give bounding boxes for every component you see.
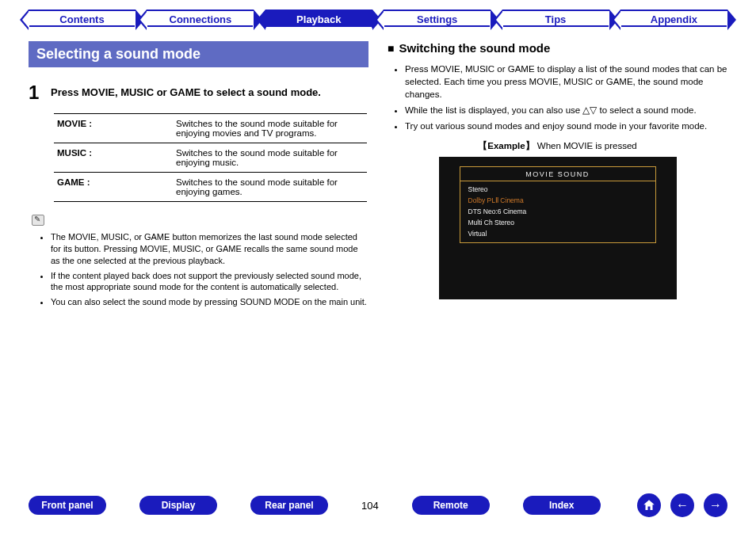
note-item: If the content played back does not supp… [51,270,368,294]
tab-settings[interactable]: Settings [384,10,491,27]
rear-panel-button[interactable]: Rear panel [250,496,328,515]
sound-mode-table: MOVIE :Switches to the sound mode suitab… [54,113,367,202]
note-icon [32,215,44,226]
index-button[interactable]: Index [523,496,601,515]
notes-list: The MOVIE, MUSIC, or GAME button memoriz… [29,231,368,308]
bullet-list: Press MOVIE, MUSIC or GAME to display a … [388,63,727,132]
top-tabs: Contents Connections Playback Settings T… [0,10,756,27]
arrow-left-icon: ← [676,498,689,512]
example-screen: MOVIE SOUND Stereo Dolby PLⅡ Cinema DTS … [439,157,677,299]
screen-title: MOVIE SOUND [460,170,655,181]
table-row: GAME :Switches to the sound mode suitabl… [54,173,367,202]
bullet-item: Press MOVIE, MUSIC or GAME to display a … [405,63,727,101]
step-instruction: Press MOVIE, MUSIC or GAME to select a s… [51,82,321,104]
front-panel-button[interactable]: Front panel [29,496,106,515]
screen-item: DTS Neo:6 Cinema [460,206,655,217]
tab-playback[interactable]: Playback [265,10,372,27]
screen-item: Virtual [460,228,655,239]
square-bullet-icon: ■ [388,42,394,55]
bottom-bar: Front panel Display Rear panel 104 Remot… [0,493,756,517]
tab-contents[interactable]: Contents [29,10,136,27]
screen-item-selected: Dolby PLⅡ Cinema [460,195,655,206]
note-item: The MOVIE, MUSIC, or GAME button memoriz… [51,231,368,267]
note-item: You can also select the sound mode by pr… [51,296,368,308]
bullet-item: Try out various sound modes and enjoy so… [405,120,727,132]
tab-connections[interactable]: Connections [147,10,254,27]
prev-page-icon[interactable]: ← [670,493,694,517]
section-heading: Selecting a sound mode [29,41,368,67]
page-number: 104 [361,500,379,512]
table-row: MUSIC :Switches to the sound mode suitab… [54,143,367,173]
example-label: 【Example】 When MOVIE is pressed [388,140,727,152]
tab-tips[interactable]: Tips [502,10,609,27]
subsection-heading: ■Switching the sound mode [388,41,727,55]
home-icon[interactable] [637,493,661,517]
arrow-right-icon: → [709,498,722,512]
screen-item: Stereo [460,184,655,195]
screen-item: Multi Ch Stereo [460,217,655,228]
tab-appendix[interactable]: Appendix [620,10,727,27]
display-button[interactable]: Display [139,496,217,515]
remote-button[interactable]: Remote [412,496,490,515]
bullet-item: While the list is displayed, you can als… [405,104,727,116]
step-number: 1 [29,82,51,104]
next-page-icon[interactable]: → [704,493,727,517]
table-row: MOVIE :Switches to the sound mode suitab… [54,114,367,143]
